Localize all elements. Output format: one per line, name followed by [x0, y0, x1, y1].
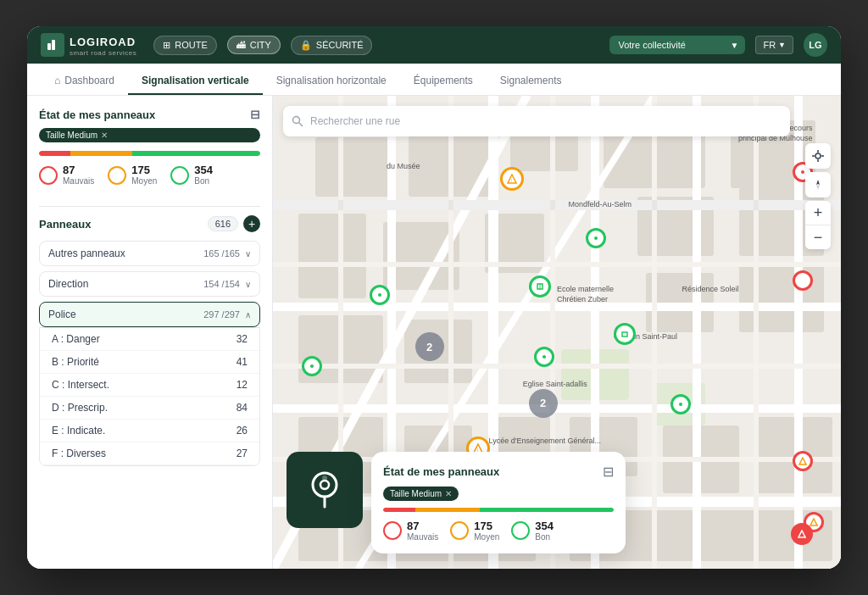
zoom-in-button[interactable]: +	[805, 201, 831, 225]
category-direction[interactable]: Direction 154 /154 ∨	[39, 271, 260, 297]
info-card-tag-close-icon[interactable]: ✕	[445, 489, 452, 498]
tab-equipements[interactable]: Équipements	[400, 68, 487, 95]
panneaux-controls: 616 +	[208, 215, 260, 232]
svg-point-55	[310, 364, 314, 368]
info-stat-label-bon: Bon	[535, 532, 554, 542]
stat-bon: 354 Bon	[170, 164, 213, 186]
map-search-input[interactable]	[310, 115, 782, 127]
marker-green-3[interactable]	[302, 356, 322, 376]
zoom-out-button[interactable]: −	[805, 225, 831, 249]
tab-dashboard[interactable]: ⌂ Dashboard	[41, 68, 128, 95]
sidebar-title-text: État de mes panneaux	[39, 108, 155, 121]
sidebar: État de mes panneaux ⊟ Taille Medium ✕ 8…	[27, 96, 273, 569]
marker-green-1[interactable]	[586, 228, 606, 248]
svg-rect-5	[315, 137, 392, 197]
progress-bar	[39, 151, 260, 156]
info-stat-info-mauvais: 87 Mauvais	[407, 520, 438, 542]
category-police[interactable]: Police 297 /297 ∧	[39, 302, 260, 327]
stat-circle-orange	[108, 166, 126, 185]
stat-mauvais: 87 Mauvais	[39, 164, 94, 186]
collectivite-select[interactable]: Votre collectivité	[609, 36, 745, 54]
info-card-tag: Taille Medium ✕	[383, 487, 459, 501]
category-autres-panneaux[interactable]: Autres panneaux 165 /165 ∨	[39, 241, 260, 266]
pin-red-circle-filled	[791, 523, 813, 545]
app-container: LOGIROAD smart road services ⊞ ROUTE 🏙 C…	[27, 26, 841, 569]
top-nav: LOGIROAD smart road services ⊞ ROUTE 🏙 C…	[27, 26, 841, 64]
map-area[interactable]: Centre de secoursprincipal de Mulhouse d…	[273, 96, 841, 569]
subcategory-diverses-count: 27	[236, 448, 248, 459]
marker-green-2[interactable]	[370, 285, 390, 305]
dashboard-icon: ⌂	[54, 75, 60, 86]
subcategory-indicate-count: 26	[236, 425, 248, 437]
user-avatar[interactable]: LG	[804, 33, 827, 57]
nav-btn-city[interactable]: 🏙 CITY	[227, 36, 281, 54]
tab-signalements[interactable]: Signalements	[487, 68, 576, 95]
map-search-bar[interactable]	[283, 106, 790, 136]
subcategory-danger[interactable]: A : Danger 32	[40, 328, 259, 351]
info-card-filter-icon[interactable]: ⊟	[603, 464, 614, 480]
tag-close-icon[interactable]: ✕	[101, 131, 108, 140]
zoom-controls: + −	[805, 201, 831, 249]
svg-point-49	[801, 170, 804, 174]
svg-line-67	[299, 123, 303, 127]
compass-icon	[812, 179, 824, 191]
lang-button[interactable]: FR ▼	[755, 36, 793, 54]
pin-green-icon-1	[586, 228, 606, 248]
add-panneau-button[interactable]: +	[243, 215, 260, 232]
category-police-name: Police	[48, 309, 76, 320]
panneaux-badge: 616	[208, 216, 238, 231]
subcategory-prescrip[interactable]: D : Prescrip. 84	[40, 397, 259, 420]
chevron-up-icon: ∧	[245, 310, 251, 320]
tab-signalisation-horizontale[interactable]: Signalisation horizontale	[263, 68, 400, 95]
svg-point-57	[679, 403, 682, 406]
pin-green-icon-3	[302, 356, 322, 376]
panneaux-title: Panneaux	[39, 218, 91, 231]
svg-rect-0	[47, 43, 51, 50]
floating-bottom: État de mes panneaux ⊟ Taille Medium ✕	[287, 452, 626, 553]
subcategory-indicate[interactable]: E : Indicate. 26	[40, 420, 259, 442]
nav-btn-route[interactable]: ⊞ ROUTE	[153, 36, 217, 55]
info-progress-red	[383, 508, 415, 512]
cluster-gray-1[interactable]: 2	[415, 332, 444, 361]
subcategory-priorite-count: 41	[236, 356, 248, 368]
svg-point-56	[542, 355, 546, 359]
svg-point-53	[594, 236, 598, 240]
icon-card	[287, 452, 363, 528]
cluster-gray-2[interactable]: 2	[529, 389, 558, 418]
stat-circle-red	[39, 166, 58, 185]
info-stat-info-moyen: 175 Moyen	[474, 520, 499, 542]
pin-green-icon-4	[534, 347, 554, 367]
marker-red-4[interactable]	[793, 270, 813, 291]
map-compass-button[interactable]	[805, 172, 831, 197]
stat-num-mauvais: 87	[63, 164, 94, 176]
subcategory-danger-name: A : Danger	[52, 333, 100, 345]
tab-signalisation-verticale-label: Signalisation verticale	[142, 75, 249, 86]
svg-rect-10	[298, 214, 366, 298]
marker-green-4[interactable]	[534, 347, 554, 367]
pin-green-icon-2	[370, 285, 390, 305]
nav-btn-securite-label: SÉCURITÉ	[316, 40, 364, 50]
subcategory-priorite[interactable]: B : Priorité 41	[40, 351, 259, 374]
subcategory-diverses[interactable]: F : Diverses 27	[40, 442, 259, 465]
marker-special-1[interactable]	[529, 275, 551, 298]
sidebar-filter-icon[interactable]: ⊟	[250, 108, 260, 121]
marker-red-bottom[interactable]	[791, 523, 813, 545]
tab-signalisation-verticale[interactable]: Signalisation verticale	[128, 68, 263, 95]
stats-row: 87 Mauvais 175 Moyen 354 Bon	[39, 164, 260, 186]
subcategory-intersect[interactable]: C : Intersect. 12	[40, 374, 259, 397]
marker-green-5[interactable]	[670, 394, 691, 414]
marker-special-2[interactable]	[614, 323, 636, 345]
lang-label: FR	[763, 40, 776, 50]
svg-marker-65	[798, 531, 805, 537]
nav-btn-securite[interactable]: 🔒 SÉCURITÉ	[291, 36, 373, 55]
subcategory-indicate-name: E : Indicate.	[52, 425, 105, 437]
subcategory-danger-count: 32	[236, 333, 248, 345]
map-location-button[interactable]	[805, 143, 831, 169]
location-icon	[812, 150, 824, 162]
marker-red-5[interactable]	[793, 451, 813, 471]
category-autres-panneaux-name: Autres panneaux	[48, 247, 125, 259]
tag-label: Taille Medium	[46, 131, 97, 140]
tab-signalements-label: Signalements	[500, 75, 562, 86]
marker-orange-triangle-1[interactable]: !	[500, 167, 524, 191]
stat-moyen: 175 Moyen	[108, 164, 157, 186]
